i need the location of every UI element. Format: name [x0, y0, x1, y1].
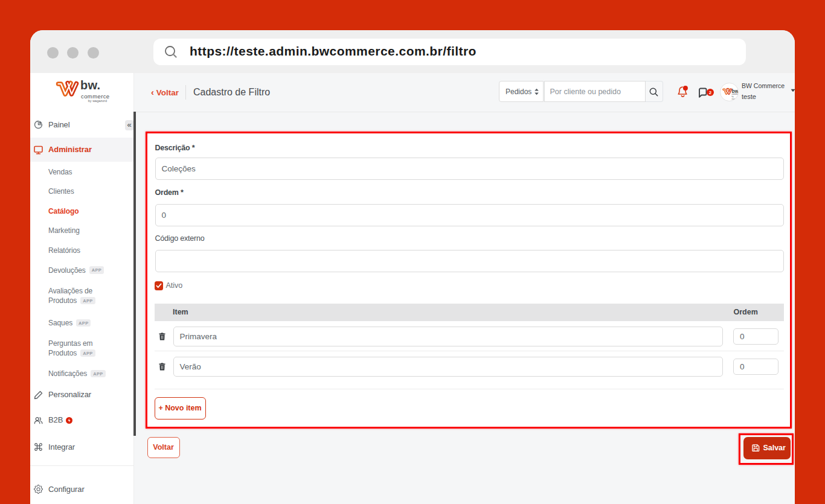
svg-text:2: 2	[708, 89, 711, 95]
